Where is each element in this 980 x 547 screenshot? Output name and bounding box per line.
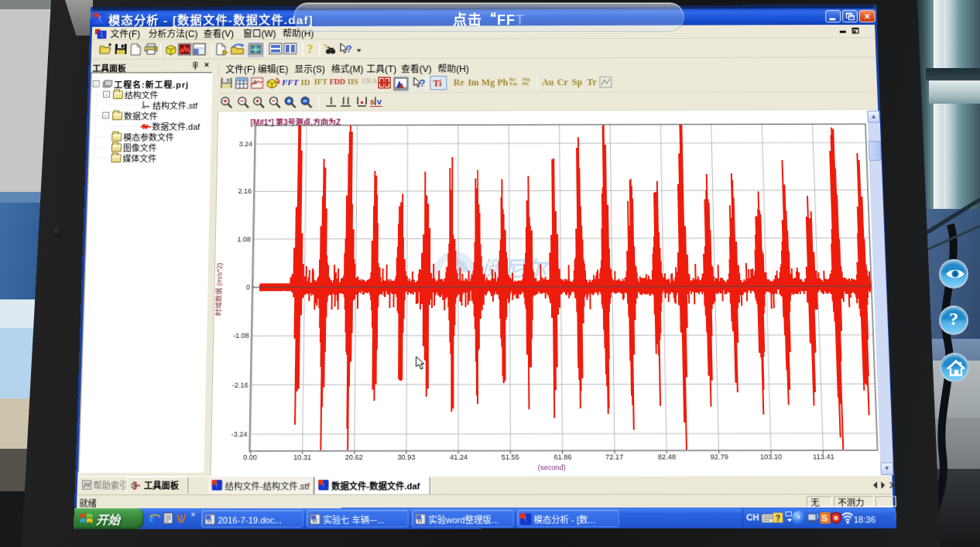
svg-text:S: S (821, 513, 828, 523)
svg-text:W: W (417, 516, 423, 525)
svg-text:e: e (149, 512, 155, 525)
svg-text:W: W (312, 516, 318, 525)
svg-text:W: W (207, 516, 213, 525)
